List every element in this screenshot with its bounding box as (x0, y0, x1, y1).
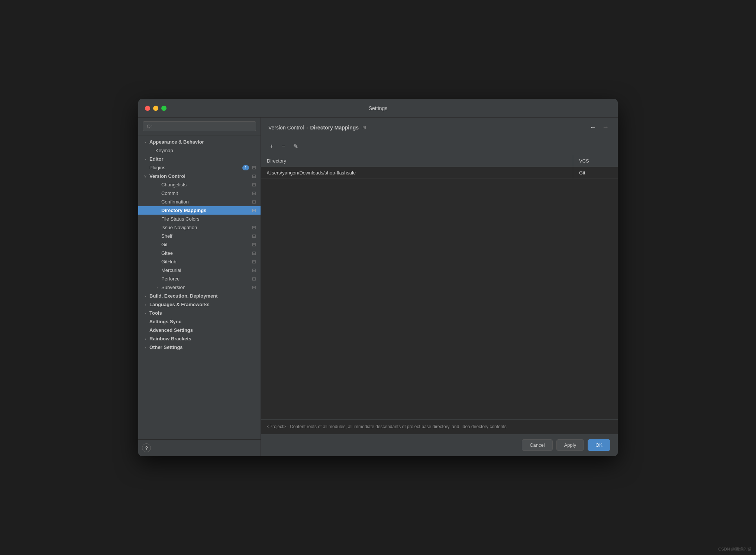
chevron-icon: › (143, 140, 148, 144)
cancel-button[interactable]: Cancel (522, 439, 552, 451)
sidebar-item-file-status-colors[interactable]: File Status Colors (138, 215, 261, 223)
help-button[interactable]: ? (142, 443, 151, 452)
title-bar: Settings (138, 99, 618, 118)
sidebar-item-label: Shelf (161, 233, 251, 239)
chevron-icon: › (143, 345, 148, 350)
search-input[interactable] (143, 121, 256, 131)
watermark: CSDN @西境的猫 (718, 546, 752, 552)
sidebar-item-appearance[interactable]: › Appearance & Behavior (138, 138, 261, 146)
breadcrumb-parent: Version Control (268, 125, 304, 131)
col-directory-header: Directory (261, 155, 573, 167)
sidebar-item-commit[interactable]: Commit ⊞ (138, 189, 261, 198)
sidebar-item-editor[interactable]: › Editor (138, 155, 261, 163)
config-icon: ⊞ (252, 285, 256, 290)
sidebar-item-shelf[interactable]: Shelf ⊞ (138, 232, 261, 240)
config-icon: ⊞ (252, 225, 256, 230)
sidebar-item-keymap[interactable]: Keymap (138, 146, 261, 155)
sidebar-item-label: Issue Navigation (161, 225, 251, 230)
sidebar-item-confirmation[interactable]: Confirmation ⊞ (138, 198, 261, 206)
chevron-down-icon: ∨ (143, 174, 148, 179)
sidebar-item-label: Gitee (161, 250, 251, 256)
sidebar-item-issue-navigation[interactable]: Issue Navigation ⊞ (138, 223, 261, 232)
add-button[interactable]: + (267, 141, 277, 151)
ok-button[interactable]: OK (588, 439, 610, 451)
close-button[interactable] (145, 106, 150, 111)
sidebar-item-gitee[interactable]: Gitee ⊞ (138, 249, 261, 257)
config-icon: ⊞ (252, 233, 256, 239)
minimize-button[interactable] (153, 106, 158, 111)
sidebar-item-label: Keymap (155, 148, 256, 153)
sidebar-item-perforce[interactable]: Perforce ⊞ (138, 275, 261, 283)
sidebar-item-label: Other Settings (149, 344, 256, 350)
breadcrumb: Version Control › Directory Mappings ⊞ (268, 125, 366, 131)
sidebar-item-advanced-settings[interactable]: Advanced Settings (138, 326, 261, 334)
apply-button[interactable]: Apply (556, 439, 584, 451)
sidebar-item-mercurial[interactable]: Mercurial ⊞ (138, 266, 261, 275)
sidebar-item-subversion[interactable]: › Subversion ⊞ (138, 283, 261, 292)
sidebar-item-label: GitHub (161, 259, 251, 264)
config-icon: ⊞ (252, 199, 256, 205)
sidebar-item-label: Appearance & Behavior (149, 139, 256, 145)
config-icon: ⊞ (252, 250, 256, 256)
sidebar-item-label: Tools (149, 310, 256, 316)
breadcrumb-separator: › (306, 125, 308, 131)
sidebar: › Appearance & Behavior Keymap › Editor … (138, 118, 261, 456)
sidebar-item-label: Advanced Settings (149, 327, 256, 333)
sidebar-item-changelists[interactable]: Changelists ⊞ (138, 180, 261, 189)
config-icon: ⊞ (252, 182, 256, 187)
sidebar-item-label: Settings Sync (149, 319, 256, 324)
sidebar-item-label: Editor (149, 156, 256, 162)
config-icon: ⊞ (252, 165, 256, 170)
sidebar-item-settings-sync[interactable]: Settings Sync (138, 317, 261, 326)
sidebar-item-label: File Status Colors (161, 216, 256, 222)
table-area: Directory VCS /Users/yangon/Downloads/sh… (261, 155, 618, 419)
plugins-badge: 1 (242, 165, 249, 170)
main-content: › Appearance & Behavior Keymap › Editor … (138, 118, 618, 456)
breadcrumb-current: Directory Mappings (310, 125, 359, 131)
nav-arrows: ← → (588, 123, 610, 132)
sidebar-bottom: ? (138, 439, 261, 456)
sidebar-item-label: Changelists (161, 182, 251, 187)
sidebar-item-git[interactable]: Git ⊞ (138, 240, 261, 249)
sidebar-item-directory-mappings[interactable]: Directory Mappings ⊞ (138, 206, 261, 215)
config-icon: ⊞ (252, 173, 256, 179)
sidebar-item-label: Perforce (161, 276, 251, 282)
sidebar-item-languages-frameworks[interactable]: › Languages & Frameworks (138, 300, 261, 309)
sidebar-item-github[interactable]: GitHub ⊞ (138, 257, 261, 266)
row-vcs: Git (573, 167, 618, 179)
chevron-icon: › (143, 157, 148, 161)
config-icon: ⊞ (252, 208, 256, 213)
sidebar-item-plugins[interactable]: Plugins 1 ⊞ (138, 163, 261, 172)
sidebar-item-label: Rainbow Brackets (149, 336, 256, 341)
sidebar-item-version-control[interactable]: ∨ Version Control ⊞ (138, 172, 261, 180)
table-body: /Users/yangon/Downloads/shop-flashsale G… (261, 167, 618, 419)
dialog-footer: Cancel Apply OK (261, 434, 618, 456)
sidebar-item-label: Plugins (149, 165, 242, 170)
sidebar-item-tools[interactable]: › Tools (138, 309, 261, 317)
right-panel: Version Control › Directory Mappings ⊞ ←… (261, 118, 618, 456)
config-icon: ⊞ (252, 242, 256, 247)
forward-arrow[interactable]: → (601, 123, 610, 132)
breadcrumb-bar: Version Control › Directory Mappings ⊞ ←… (261, 118, 618, 138)
breadcrumb-config-icon: ⊞ (362, 125, 366, 130)
remove-button[interactable]: − (279, 141, 288, 151)
table-row[interactable]: /Users/yangon/Downloads/shop-flashsale G… (261, 167, 618, 179)
window-title: Settings (369, 105, 388, 111)
sidebar-tree: › Appearance & Behavior Keymap › Editor … (138, 135, 261, 439)
sidebar-item-label: Git (161, 242, 251, 247)
sidebar-item-rainbow-brackets[interactable]: › Rainbow Brackets (138, 334, 261, 343)
maximize-button[interactable] (161, 106, 167, 111)
config-icon: ⊞ (252, 276, 256, 282)
edit-button[interactable]: ✎ (291, 141, 300, 151)
back-arrow[interactable]: ← (588, 123, 598, 132)
config-icon: ⊞ (252, 259, 256, 264)
col-vcs-header: VCS (573, 155, 618, 167)
traffic-lights (145, 106, 167, 111)
config-icon: ⊞ (252, 267, 256, 273)
sidebar-item-label: Subversion (161, 285, 251, 290)
search-bar (138, 118, 261, 135)
sidebar-item-build-execution[interactable]: › Build, Execution, Deployment (138, 292, 261, 300)
sidebar-item-label: Confirmation (161, 199, 251, 205)
sidebar-item-label: Mercurial (161, 267, 251, 273)
sidebar-item-other-settings[interactable]: › Other Settings (138, 343, 261, 352)
